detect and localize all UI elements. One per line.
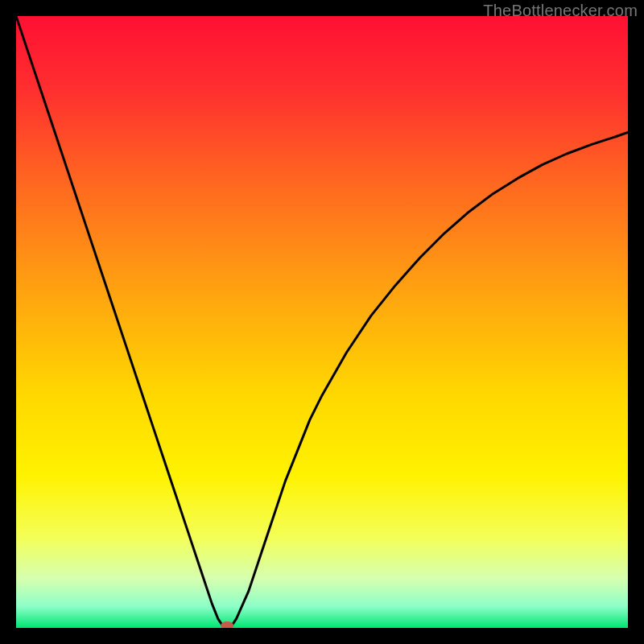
watermark-text: TheBottlenecker.com: [483, 2, 638, 20]
gradient-background: [16, 16, 628, 628]
chart-frame: [16, 16, 628, 628]
bottleneck-chart: [16, 16, 628, 628]
